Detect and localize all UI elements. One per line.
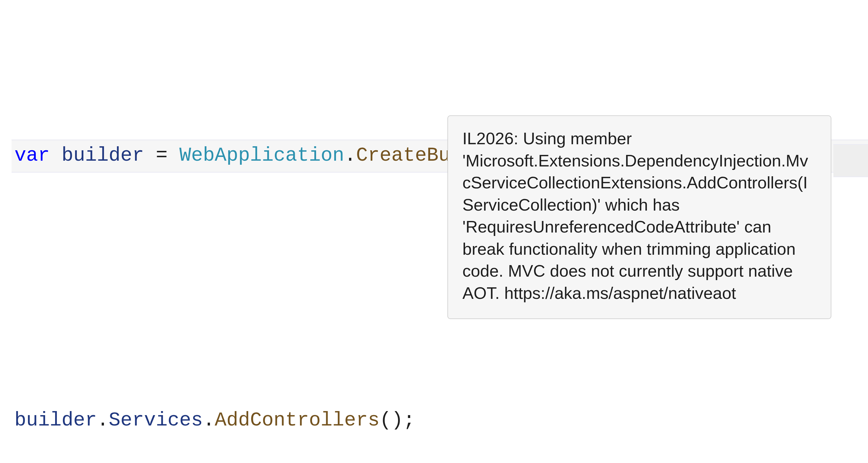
operator-equals: = <box>156 141 168 170</box>
dot: . <box>344 141 356 170</box>
code-line-2[interactable]: builder.Services.AddControllers(); <box>14 406 868 435</box>
keyword-var: var <box>14 141 50 170</box>
space <box>168 141 180 170</box>
warning-tooltip: IL2026: Using member 'Microsoft.Extensio… <box>447 115 831 319</box>
identifier-builder: builder <box>14 406 97 435</box>
dot: . <box>97 406 109 435</box>
scroll-marker-current-line <box>833 144 868 177</box>
type-webapplication: WebApplication <box>179 141 344 170</box>
parens-semi: (); <box>380 406 415 435</box>
warning-tooltip-text: IL2026: Using member 'Microsoft.Extensio… <box>462 128 816 304</box>
space <box>50 141 61 170</box>
dot: . <box>203 406 215 435</box>
space <box>144 141 156 170</box>
method-addcontrollers: AddControllers <box>215 406 380 435</box>
member-services: Services <box>108 406 203 435</box>
identifier-builder: builder <box>61 141 144 170</box>
